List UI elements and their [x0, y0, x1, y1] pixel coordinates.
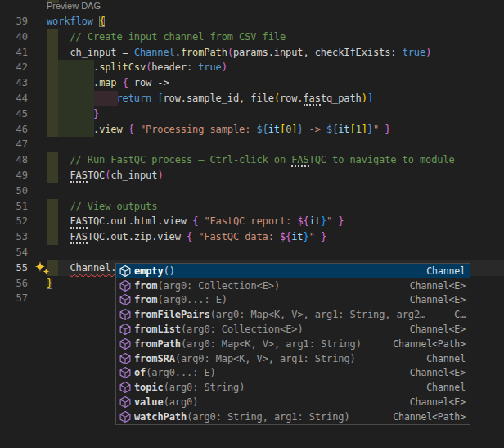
- method-symbol-icon: [119, 352, 132, 365]
- suggest-item-fromSRA[interactable]: fromSRA(arg0: Map<K, V>, arg1: String)Ch…: [116, 351, 470, 366]
- code-token: (: [227, 47, 233, 58]
- suggest-method-args: (arg0: String, arg1: String): [187, 411, 350, 423]
- code-line-content[interactable]: ch_input = Channel.fromPath(params.input…: [47, 45, 504, 61]
- error-token: Channel.: [70, 262, 117, 274]
- code-line-content[interactable]: }: [47, 106, 504, 122]
- code-token: FAS: [291, 154, 308, 167]
- line-number: 46: [0, 122, 28, 138]
- code-line-content[interactable]: [47, 137, 504, 152]
- code-token: [47, 170, 70, 181]
- suggest-item-value[interactable]: value(arg0)Channel<E>: [116, 395, 470, 410]
- suggest-item-of[interactable]: of(arg0...: E)Channel<E>: [116, 366, 470, 381]
- code-token: }: [321, 231, 326, 242]
- code-token: TQC.out.zip.view: [88, 231, 187, 242]
- suggest-method-args: (arg0...: E): [146, 367, 216, 378]
- code-token: true: [198, 61, 222, 73]
- suggest-item-topic[interactable]: topic(arg0: String)Channel: [116, 380, 470, 395]
- code-token: ->: [304, 124, 327, 135]
- code-line-49: 49 FASTQC(ch_input): [0, 168, 504, 183]
- code-token: (: [274, 93, 280, 104]
- code-token: header:: [151, 61, 198, 73]
- suggest-method-name: fromPath: [134, 338, 181, 350]
- code-line-content[interactable]: .view { "Processing sample: ${it[0]} -> …: [47, 122, 504, 138]
- code-token: it: [268, 124, 280, 135]
- line-number: 55: [0, 260, 28, 276]
- code-token: ): [362, 93, 367, 104]
- suggest-method-name: from: [134, 280, 158, 292]
- code-line-51: 51 // View outputs: [0, 199, 504, 215]
- code-token: [: [350, 124, 356, 135]
- sparkle-code-action-icon[interactable]: [34, 261, 52, 275]
- code-token: [47, 93, 117, 104]
- code-token: it: [291, 231, 303, 242]
- code-token: splitCsv: [99, 61, 146, 73]
- code-token: }: [367, 124, 373, 135]
- suggest-method-args: (arg0): [164, 396, 199, 408]
- suggest-item-empty[interactable]: empty()Channel: [116, 264, 470, 278]
- line-number: 52: [0, 214, 28, 229]
- line-number: 40: [0, 29, 28, 45]
- suggest-item-from[interactable]: from(arg0...: E)Channel<E>: [116, 293, 470, 308]
- line-number: 41: [0, 45, 28, 61]
- codelens-preview-dag[interactable]: Preview DAG: [47, 1, 101, 13]
- code-token: row.sample_id, file: [164, 93, 274, 104]
- suggest-item-fromPath[interactable]: fromPath(arg0: Map<K, V>, arg1: String)C…: [116, 337, 470, 351]
- suggest-method-args: (arg0: Map<K, V>, arg1: String): [175, 353, 356, 364]
- code-line-content[interactable]: .splitCsv(header: true): [47, 60, 504, 75]
- suggest-method-args: (arg0: Collection<E>): [181, 324, 304, 335]
- code-token: workflow: [47, 16, 93, 27]
- suggest-item-from[interactable]: from(arg0: Collection<E>)Channel<E>: [116, 278, 470, 293]
- code-line-content[interactable]: return [row.sample_id, file(row.fastq_pa…: [47, 91, 504, 106]
- line-number: 57: [0, 291, 28, 306]
- code-token: params.input, checkIfExists:: [233, 47, 403, 58]
- code-token: .: [47, 124, 99, 135]
- code-line-content[interactable]: .map { row ->: [47, 75, 504, 91]
- code-line-content[interactable]: workflow {: [47, 14, 504, 29]
- method-symbol-icon: [119, 279, 132, 292]
- line-number: 50: [0, 183, 28, 199]
- code-token: FAS: [70, 215, 88, 229]
- code-token: // View outputs: [47, 201, 157, 212]
- code-token: }: [385, 124, 390, 135]
- codelens-label[interactable]: Preview DAG: [47, 1, 101, 11]
- suggest-method-name: fromList: [134, 324, 181, 335]
- code-token: [: [157, 93, 163, 104]
- code-token: TQC: [88, 170, 105, 181]
- line-number: 54: [0, 245, 28, 260]
- method-symbol-icon: [119, 323, 132, 336]
- code-token: }: [321, 215, 326, 227]
- code-line-content[interactable]: FASTQC(ch_input): [47, 168, 504, 183]
- code-token: .: [175, 47, 181, 58]
- code-line-content[interactable]: FASTQC.out.zip.view { "FastQC data: ${it…: [47, 229, 504, 245]
- code-token: "FastQC report:: [204, 215, 297, 227]
- code-token: it: [338, 124, 349, 135]
- code-line-46: 46 .view { "Processing sample: ${it[0]} …: [0, 122, 504, 138]
- code-line-content[interactable]: // Run FastQC process – Ctrl-click on FA…: [47, 152, 504, 168]
- suggest-item-fromFilePairs[interactable]: fromFilePairs(arg0: Map<K, V>, arg1: Str…: [116, 307, 470, 322]
- suggest-item-watchPath[interactable]: watchPath(arg0: String, arg1: String)Cha…: [116, 410, 470, 424]
- code-line-54: 54: [0, 245, 504, 260]
- code-token: }: [47, 278, 52, 289]
- suggest-method-name: watchPath: [134, 411, 187, 423]
- code-line-content[interactable]: FASTQC.out.html.view { "FastQC report: $…: [47, 214, 504, 229]
- suggest-return-type: Channel: [420, 382, 466, 393]
- code-token: "FastQC data:: [198, 231, 280, 242]
- line-number: 42: [0, 60, 28, 75]
- code-token: [134, 124, 140, 135]
- line-number: 56: [0, 276, 28, 292]
- suggest-label: fromSRA(arg0: Map<K, V>, arg1: String): [134, 353, 356, 364]
- code-token: ": [309, 231, 315, 242]
- code-token: it: [309, 215, 321, 227]
- code-token: [47, 215, 70, 227]
- code-line-content[interactable]: // Create input channel from CSV file: [47, 29, 504, 45]
- suggest-item-fromList[interactable]: fromList(arg0: Collection<E>)Channel<E>: [116, 322, 470, 337]
- code-line-content[interactable]: [47, 245, 504, 260]
- code-line-content[interactable]: [47, 183, 504, 199]
- line-number: 47: [0, 137, 28, 152]
- line-number: 51: [0, 199, 28, 215]
- code-token: tq_path: [321, 93, 362, 104]
- code-line-content[interactable]: // View outputs: [47, 199, 504, 215]
- method-symbol-icon: [119, 337, 132, 351]
- code-token: ): [222, 61, 227, 73]
- code-token: [117, 77, 123, 88]
